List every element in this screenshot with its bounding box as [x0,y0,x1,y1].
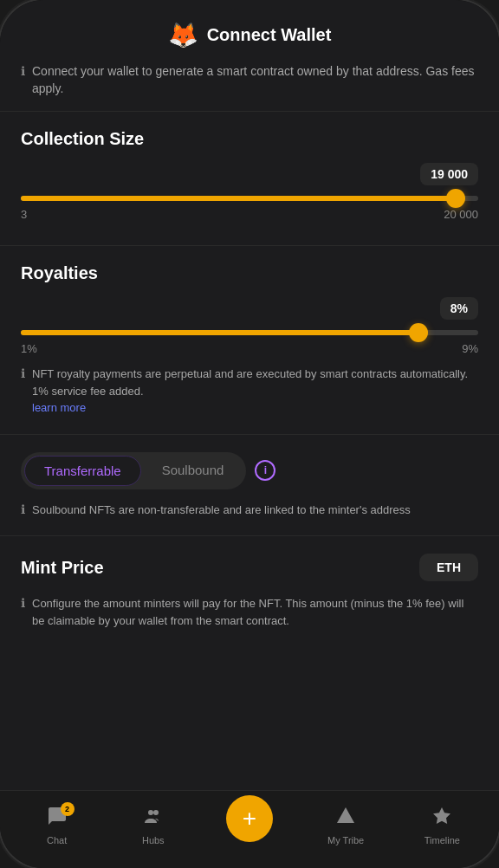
transfer-toggle-section: Transferrable Soulbound i ℹ Soulbound NF… [0,435,499,537]
chat-badge: 2 [61,802,75,816]
soulbound-info-text: Soulbound NFTs are non-transferable and … [32,502,411,519]
soulbound-info-row: ℹ Soulbound NFTs are non-transferable an… [21,502,478,519]
wallet-icon: 🦊 [168,21,198,49]
transfer-toggle-pill: Transferrable Soulbound [21,452,246,489]
soulbound-option[interactable]: Soulbound [143,456,243,486]
collection-size-labels: 3 20 000 [21,208,478,221]
nav-item-hubs[interactable]: Hubs [127,806,179,845]
info-icon: ℹ [21,64,25,78]
mint-info-text: Configure the amount minters will pay fo… [32,595,478,629]
nav-item-tribe[interactable]: My Tribe [320,806,372,845]
svg-point-1 [153,810,159,815]
hubs-label: Hubs [142,835,165,845]
wallet-info-text: Connect your wallet to generate a smart … [32,63,478,97]
svg-marker-2 [337,807,354,823]
toggle-row: Transferrable Soulbound i [21,452,478,489]
hubs-icon [143,806,164,832]
bottom-nav: 2 Chat Hubs + [0,790,499,868]
page-title: Connect Wallet [207,25,332,45]
plus-icon: + [243,806,256,831]
learn-more-link[interactable]: learn more [32,401,86,414]
nav-item-timeline[interactable]: Timeline [416,806,468,845]
timeline-label: Timeline [424,835,460,845]
timeline-icon [431,806,452,832]
collection-size-value: 19 000 [420,163,478,185]
soulbound-info-circle: ℹ [21,502,25,516]
mint-info-icon: ℹ [21,596,25,610]
chat-label: Chat [47,835,67,845]
royalties-section: Royalties 8% 1% 9% ℹ NF [0,246,499,435]
chat-icon: 2 [47,806,68,832]
content-area: 🦊 Connect Wallet ℹ Connect your wallet t… [0,0,499,790]
mint-price-header: Mint Price ETH [21,554,478,581]
mint-price-title: Mint Price [21,558,104,578]
tribe-label: My Tribe [327,835,364,845]
svg-point-0 [148,810,153,815]
royalties-value: 8% [440,297,478,320]
royalty-info-text: NFT royalty payments are perpetual and a… [32,366,478,417]
collection-size-title: Collection Size [21,129,478,149]
royalties-title: Royalties [21,263,478,283]
tribe-icon [335,806,356,832]
royalties-max: 9% [462,342,478,355]
nav-item-chat[interactable]: 2 Chat [31,806,83,845]
collection-size-min: 3 [21,208,27,221]
create-fab[interactable]: + [226,795,273,842]
royalties-track-fill [21,330,418,335]
page-header: 🦊 Connect Wallet [0,0,499,63]
royalty-info-row: ℹ NFT royalty payments are perpetual and… [21,366,478,417]
phone-shell: 🦊 Connect Wallet ℹ Connect your wallet t… [0,0,499,868]
wallet-info-row: ℹ Connect your wallet to generate a smar… [0,63,499,112]
slider-thumb[interactable] [446,189,465,208]
eth-currency-badge[interactable]: ETH [419,554,478,581]
mint-info-row: ℹ Configure the amount minters will pay … [21,595,478,629]
mint-price-section: Mint Price ETH ℹ Configure the amount mi… [0,536,499,646]
nav-item-create[interactable]: + [224,795,275,856]
slider-track-fill [21,196,456,201]
soulbound-info-icon[interactable]: i [255,460,275,481]
royalties-min: 1% [21,342,37,355]
collection-size-track[interactable] [21,196,478,201]
collection-size-section: Collection Size 19 000 3 20 000 [0,112,499,246]
collection-size-max: 20 000 [444,208,478,221]
transferrable-option[interactable]: Transferrable [24,456,141,486]
royalties-labels: 1% 9% [21,342,478,355]
royalties-slider-container: 8% 1% 9% [21,297,478,355]
royalties-track[interactable] [21,330,478,335]
royalty-info-icon: ℹ [21,366,25,380]
collection-size-slider-container: 19 000 3 20 000 [21,163,478,221]
royalties-slider-thumb[interactable] [409,323,428,342]
svg-marker-3 [433,807,450,824]
screen: 🦊 Connect Wallet ℹ Connect your wallet t… [0,0,499,868]
